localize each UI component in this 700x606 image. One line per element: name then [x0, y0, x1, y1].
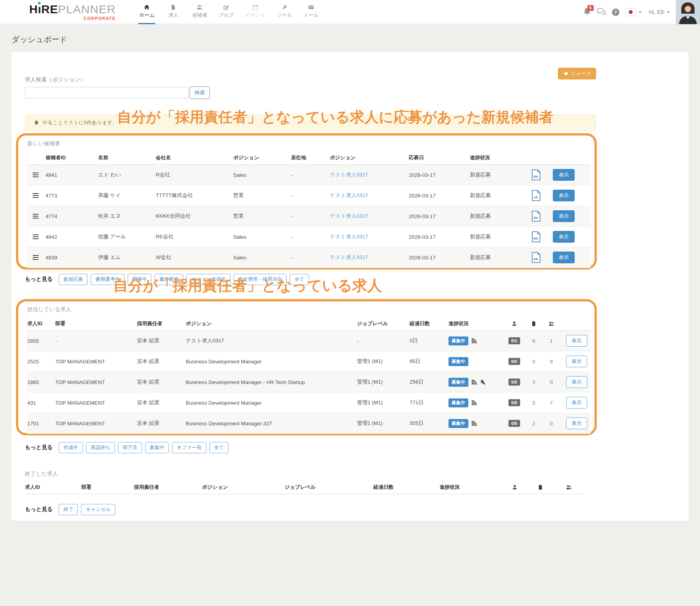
rss-feed-icon[interactable]: [471, 338, 477, 344]
help-button[interactable]: [612, 9, 619, 16]
assigned-jobs-title: 担当している求人: [27, 306, 594, 313]
assigned-jobs-header: 求人ID 部署 採用責任者 ポジション ジョブレベル 経過日数 進捗状況: [27, 317, 591, 331]
drag-handle-icon[interactable]: [33, 214, 39, 218]
show-button[interactable]: 表示: [566, 335, 587, 347]
documents-count-link[interactable]: 2: [526, 379, 542, 385]
hireplanner-logo[interactable]: HıREPLANNER CORPORATE: [29, 4, 116, 21]
rss-feed-icon[interactable]: [471, 421, 477, 426]
show-button[interactable]: 表示: [566, 397, 587, 409]
notifications-button[interactable]: 5: [583, 7, 591, 17]
nav-tools[interactable]: ツール: [276, 0, 293, 24]
assigned-jobs-section: 担当している求人 求人ID 部署 採用責任者 ポジション ジョブレベル 経過日数…: [16, 299, 597, 435]
chevron-down-icon: [638, 11, 642, 13]
resume-document-icon[interactable]: EN: [531, 211, 541, 222]
resume-document-icon[interactable]: EN: [531, 169, 541, 180]
show-button[interactable]: 表示: [566, 418, 587, 429]
filter-pending-approval[interactable]: 承認待ち: [86, 442, 115, 453]
search-button[interactable]: 検索: [190, 86, 210, 99]
drag-handle-icon[interactable]: [33, 193, 39, 198]
job-link[interactable]: テスト求人0317: [330, 254, 409, 261]
messages-button[interactable]: [597, 7, 606, 17]
job-link[interactable]: テスト求人0317: [330, 171, 409, 178]
nav-blog[interactable]: ブログ: [218, 0, 235, 24]
candidates-count-link[interactable]: 0: [542, 379, 561, 385]
filter-cancelled[interactable]: キャンセル: [81, 504, 115, 515]
show-button[interactable]: 表示: [553, 231, 575, 243]
rss-feed-icon[interactable]: [471, 400, 477, 405]
job-link[interactable]: テスト求人0317: [330, 213, 409, 220]
key-icon[interactable]: [480, 379, 485, 385]
show-button[interactable]: 表示: [553, 190, 575, 201]
job-link[interactable]: テスト求人0317: [330, 192, 409, 199]
more-label: もっと見る: [25, 444, 53, 451]
more-label: もっと見る: [25, 506, 53, 513]
drag-handle-icon[interactable]: [33, 173, 39, 177]
candidates-count-link[interactable]: 7: [542, 400, 561, 406]
filter-all[interactable]: 全て: [290, 274, 309, 285]
filter-recruiting[interactable]: 募集中: [145, 442, 169, 453]
resume-document-icon[interactable]: EN: [531, 252, 541, 263]
language-selector[interactable]: [625, 8, 642, 16]
candidates-count-link[interactable]: 9: [542, 359, 561, 365]
todo-alert-text: やることリストに5件あります。: [42, 119, 118, 126]
filter-offer-accepted[interactable]: 内定受理・採用決定: [234, 274, 287, 285]
drag-handle-icon[interactable]: [33, 234, 39, 239]
documents-count-link[interactable]: 6: [526, 338, 542, 344]
assigned-jobs-rows: 2855 - 宮本 絵里 テスト求人0317 - 0日 募集中 0/1 6 1 …: [27, 331, 594, 434]
documents-count-link[interactable]: 5: [526, 400, 542, 406]
candidates-count-link[interactable]: 0: [542, 421, 561, 426]
news-button[interactable]: ニュース: [558, 68, 596, 79]
show-button[interactable]: 表示: [566, 356, 587, 367]
filter-offer-in-progress[interactable]: オファー作成中: [186, 274, 230, 285]
job-status-filters: もっと見る 作成中 承認待ち 却下済 募集中 オファー有 全て: [25, 442, 689, 453]
user-avatar[interactable]: [676, 0, 700, 24]
table-row: 4774 松井 エヌ KKKK合同会社 営業 - テスト求人0317 2026-…: [27, 206, 591, 227]
filter-document-screening[interactable]: 書類選考中: [91, 274, 125, 285]
hired-quota-badge: 0/5: [508, 379, 520, 386]
wrench-icon: [281, 4, 288, 10]
table-row: 1865 TOP MANAGEMENT 宮本 絵里 Business Devel…: [27, 372, 591, 393]
nav-jobs[interactable]: 求人: [165, 0, 182, 24]
person-icon: [512, 321, 517, 326]
nav-events[interactable]: イベント: [244, 0, 266, 24]
show-button[interactable]: 表示: [553, 169, 575, 181]
top-navigation-bar: HıREPLANNER CORPORATE ホーム 求人 候補者 ブログ イベン…: [0, 0, 700, 24]
filter-interviewing[interactable]: 面接中: [128, 274, 152, 285]
documents-count-link[interactable]: 2: [526, 421, 542, 426]
job-search-input[interactable]: [25, 87, 188, 99]
table-row: 4841 エド わい R会社 Sales - テスト求人0317 2026-03…: [27, 165, 591, 185]
show-button[interactable]: 表示: [553, 210, 575, 222]
show-button[interactable]: 表示: [566, 376, 587, 388]
filter-final-interview[interactable]: 最終面接: [155, 274, 183, 285]
todo-alert: やることリストに5件あります。: [25, 115, 596, 131]
nav-home[interactable]: ホーム: [138, 0, 155, 24]
drag-handle-icon[interactable]: [33, 255, 39, 260]
filter-all[interactable]: 全て: [209, 442, 229, 453]
svg-text:EN: EN: [533, 175, 538, 178]
main-nav: ホーム 求人 候補者 ブログ イベント ツール メール: [138, 0, 319, 24]
documents-count-link[interactable]: 0: [526, 359, 542, 365]
nav-mail[interactable]: メール: [303, 0, 320, 24]
user-menu[interactable]: Hi, Eli!: [649, 9, 670, 15]
resume-document-icon[interactable]: EN: [531, 231, 541, 242]
filter-finished[interactable]: 終了: [59, 504, 78, 515]
candidates-count-link[interactable]: 1: [542, 338, 561, 344]
show-button[interactable]: 表示: [553, 252, 575, 263]
table-row: 1701 TOP MANAGEMENT 宮本 絵里 Business Devel…: [27, 413, 591, 434]
filter-drafting[interactable]: 作成中: [59, 442, 83, 453]
filter-new-applications[interactable]: 新規応募: [59, 274, 88, 285]
logo-text: HıREPLANNER: [29, 4, 116, 15]
filter-has-offer[interactable]: オファー有: [172, 442, 206, 453]
nav-candidates[interactable]: 候補者: [191, 0, 208, 24]
users-icon: [549, 321, 554, 326]
hired-quota-badge: 0/1: [508, 337, 520, 344]
candidate-status-filters: もっと見る 新規応募 書類選考中 面接中 最終面接 オファー作成中 内定受理・採…: [25, 273, 689, 285]
job-link[interactable]: テスト求人0317: [330, 233, 409, 240]
rss-feed-icon[interactable]: [471, 379, 477, 385]
resume-document-icon[interactable]: JA: [531, 190, 541, 201]
home-icon: [144, 4, 150, 10]
filter-rejected[interactable]: 却下済: [118, 442, 142, 453]
document-icon: [531, 321, 536, 326]
new-candidates-rows: 4841 エド わい R会社 Sales - テスト求人0317 2026-03…: [27, 165, 594, 268]
person-icon: [512, 484, 517, 490]
